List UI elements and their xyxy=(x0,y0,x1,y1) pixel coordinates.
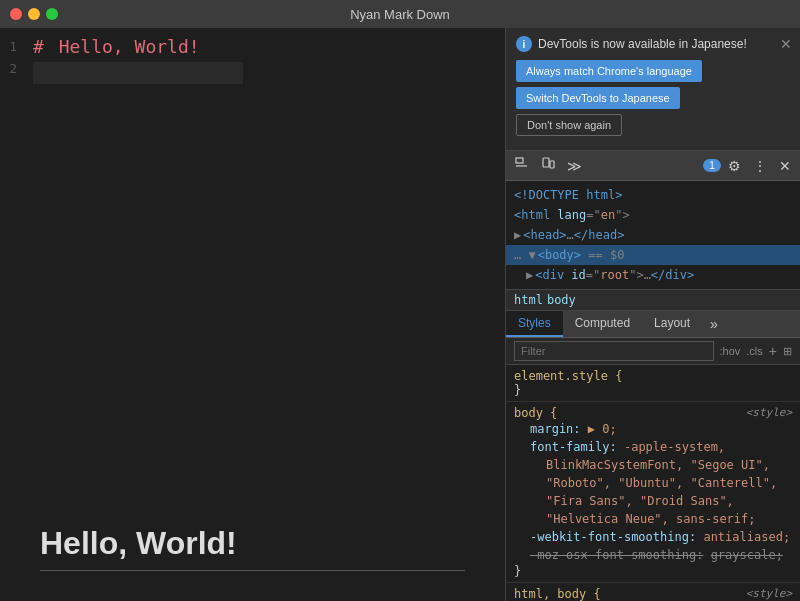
close-devtools-button[interactable]: ✕ xyxy=(774,155,796,177)
dom-line-body[interactable]: … ▼<body> == $0 xyxy=(506,245,800,265)
editor-content: 1 2 # Hello, World! xyxy=(0,28,505,505)
css-source-html-body: <style> xyxy=(746,587,792,600)
editor-line-2 xyxy=(33,62,243,84)
hash-symbol: # xyxy=(33,36,44,57)
filter-bar: :hov .cls + ⊞ xyxy=(506,338,800,365)
vertical-dots-button[interactable]: ⋮ xyxy=(748,155,772,177)
close-notification-button[interactable]: ✕ xyxy=(780,36,792,52)
settings-button[interactable]: ⚙ xyxy=(723,155,746,177)
maximize-button[interactable] xyxy=(46,8,58,20)
panel-tabs: Styles Computed Layout » xyxy=(506,311,800,338)
preview-heading: Hello, World! xyxy=(40,525,465,571)
tabs-more-button[interactable]: » xyxy=(702,313,726,335)
info-icon: i xyxy=(516,36,532,52)
svg-rect-2 xyxy=(543,158,549,167)
css-rule-element-style: element.style { } xyxy=(506,365,800,402)
main-container: 1 2 # Hello, World! Hello, World! i DevT… xyxy=(0,28,800,601)
code-heading-text: Hello, World! xyxy=(48,36,200,57)
dom-tree: <!DOCTYPE html> <html lang="en"> ▶<head>… xyxy=(506,181,800,290)
dom-line-div[interactable]: ▶<div id="root">…</div> xyxy=(506,265,800,285)
inspect-element-button[interactable] xyxy=(510,154,534,177)
css-selector-body: body { xyxy=(514,406,557,420)
switch-language-button[interactable]: Switch DevTools to Japanese xyxy=(516,87,680,109)
notif-buttons: Always match Chrome's language Switch De… xyxy=(516,60,790,136)
editor-code[interactable]: # Hello, World! xyxy=(25,36,505,497)
editor-preview: Hello, World! xyxy=(0,505,505,601)
svg-rect-3 xyxy=(550,161,554,168)
notif-title-row: i DevTools is now available in Japanese! xyxy=(516,36,790,52)
devtools-toolbar: ≫ 1 ⚙ ⋮ ✕ xyxy=(506,151,800,181)
dont-show-button[interactable]: Don't show again xyxy=(516,114,622,136)
close-button[interactable] xyxy=(10,8,22,20)
more-tools-button[interactable]: ≫ xyxy=(562,155,587,177)
svg-rect-0 xyxy=(516,158,523,163)
title-bar: Nyan Mark Down xyxy=(0,0,800,28)
window-title: Nyan Mark Down xyxy=(350,7,450,22)
tab-styles[interactable]: Styles xyxy=(506,311,563,337)
css-rules: element.style { } body { <style> margin:… xyxy=(506,365,800,601)
traffic-lights xyxy=(10,8,58,20)
filter-cls-button[interactable]: .cls xyxy=(746,345,763,357)
css-source-body: <style> xyxy=(746,406,792,419)
line-numbers: 1 2 xyxy=(0,36,25,497)
match-language-button[interactable]: Always match Chrome's language xyxy=(516,60,702,82)
minimize-button[interactable] xyxy=(28,8,40,20)
dom-line-html[interactable]: <html lang="en"> xyxy=(506,205,800,225)
filter-input[interactable] xyxy=(514,341,714,361)
css-selector: element.style { xyxy=(514,369,622,383)
styles-panel[interactable]: element.style { } body { <style> margin:… xyxy=(506,365,800,601)
breadcrumb-body[interactable]: body xyxy=(547,293,576,307)
editor-panel: 1 2 # Hello, World! Hello, World! xyxy=(0,28,505,601)
devtools-panel: i DevTools is now available in Japanese!… xyxy=(505,28,800,601)
tab-computed[interactable]: Computed xyxy=(563,311,642,337)
breadcrumb-bar: html body xyxy=(506,290,800,311)
notification-banner: i DevTools is now available in Japanese!… xyxy=(506,28,800,151)
filter-hov-button[interactable]: :hov xyxy=(720,345,741,357)
notif-text: DevTools is now available in Japanese! xyxy=(538,37,747,51)
console-badge: 1 xyxy=(703,159,721,172)
code-line-1: # Hello, World! xyxy=(33,36,497,58)
layout-icon-button[interactable]: ⊞ xyxy=(783,345,792,358)
tab-layout[interactable]: Layout xyxy=(642,311,702,337)
css-rule-body: body { <style> margin: ▶ 0; font-family:… xyxy=(506,402,800,583)
dom-line-doctype[interactable]: <!DOCTYPE html> xyxy=(506,185,800,205)
css-rule-html-body: html, body { <style> background-color: t… xyxy=(506,583,800,601)
add-style-rule-button[interactable]: + xyxy=(769,343,777,359)
css-selector-html-body: html, body { xyxy=(514,587,601,601)
device-toggle-button[interactable] xyxy=(536,154,560,177)
breadcrumb-html[interactable]: html xyxy=(514,293,543,307)
dom-line-head[interactable]: ▶<head>…</head> xyxy=(506,225,800,245)
